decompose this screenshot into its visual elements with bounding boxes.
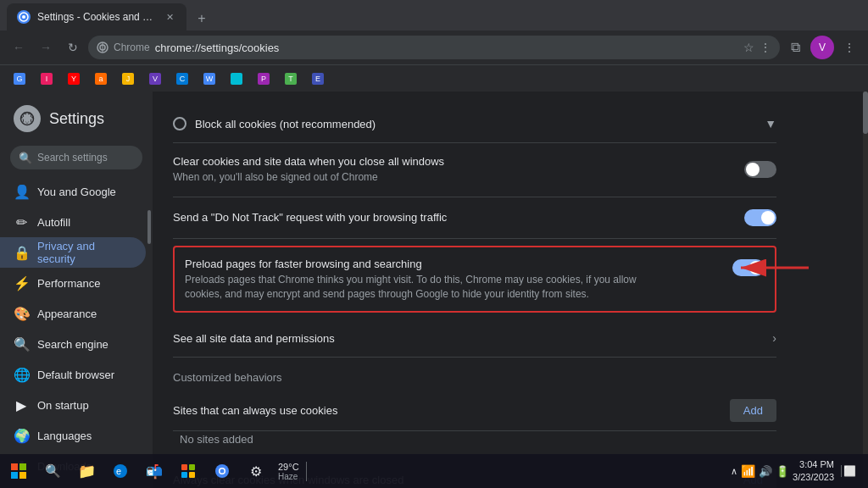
block-cookies-left: Block all cookies (not recommended)	[173, 117, 376, 130]
sidebar-item-default-browser[interactable]: 🌐 Default browser	[0, 359, 146, 390]
browser-icon: 🌐	[14, 367, 29, 383]
settings-content: Block all cookies (not recommended) ▼ Cl…	[153, 92, 797, 488]
bookmark-item[interactable]: T	[278, 69, 303, 88]
block-cookies-label: Block all cookies (not recommended)	[195, 118, 376, 130]
taskbar-chrome-button[interactable]	[207, 456, 237, 486]
sidebar-scrollbar	[147, 210, 151, 244]
no-sites-always-label: No sites added	[173, 426, 253, 452]
forward-button[interactable]: →	[34, 36, 58, 59]
scrollbar-thumb[interactable]	[863, 92, 868, 134]
languages-icon: 🌍	[14, 428, 29, 444]
bookmark-item[interactable]: Y	[61, 69, 86, 88]
date-display: 3/23/2023	[793, 471, 834, 484]
taskbar-settings-button[interactable]: ⚙	[241, 456, 271, 486]
more-icon[interactable]: ⋮	[760, 41, 771, 54]
bookmark-favicon: P	[258, 73, 270, 85]
sidebar-item-performance[interactable]: ⚡ Performance	[0, 268, 146, 298]
preload-sublabel: Preloads pages that Chrome thinks you mi…	[185, 273, 659, 302]
svg-rect-11	[19, 463, 26, 470]
show-desktop-button[interactable]: ⬜	[841, 465, 858, 477]
appearance-icon: 🎨	[14, 306, 29, 322]
clear-cookies-toggle[interactable]	[744, 161, 776, 178]
menu-button[interactable]: ⋮	[837, 36, 861, 59]
svg-point-1	[22, 15, 25, 19]
see-all-label: See all site data and permissions	[173, 332, 335, 345]
bookmark-favicon: W	[203, 73, 215, 85]
weather-label: Haze	[278, 472, 299, 481]
sidebar-label: Languages	[37, 430, 92, 442]
navigation-bar: ← → ↻ Chrome chrome://settings/cookies ☆…	[0, 30, 868, 64]
sidebar-item-privacy-security[interactable]: 🔒 Privacy and security	[0, 237, 146, 268]
bookmark-item[interactable]: V	[142, 69, 168, 88]
edge-icon: e	[113, 463, 128, 479]
annotation-arrow	[732, 251, 817, 288]
sidebar-item-languages[interactable]: 🌍 Languages	[0, 420, 146, 451]
browser-tab[interactable]: Settings - Cookies and other site... ✕	[7, 3, 186, 30]
bookmark-item[interactable]: W	[197, 69, 222, 88]
chevron-tray-icon[interactable]: ∧	[731, 466, 737, 477]
weather-temp: 29°C	[278, 462, 299, 472]
sidebar-label: Autofill	[37, 216, 70, 229]
svg-rect-18	[181, 472, 187, 478]
preload-inner: Preload pages for faster browsing and se…	[175, 258, 775, 302]
main-layout: Settings 🔍 Search settings 👤 You and Goo…	[0, 92, 868, 488]
sidebar-item-on-startup[interactable]: ▶ On startup	[0, 390, 146, 420]
taskbar-clock[interactable]: 3:04 PM 3/23/2023	[793, 458, 834, 485]
sidebar-item-autofill[interactable]: ✏ Autofill	[0, 207, 146, 237]
bookmark-favicon: C	[176, 73, 188, 85]
volume-icon: 🔊	[759, 465, 772, 478]
bookmark-icon[interactable]: ☆	[743, 41, 754, 54]
start-button[interactable]	[3, 456, 34, 486]
sidebar-item-appearance[interactable]: 🎨 Appearance	[0, 298, 146, 329]
profile-button[interactable]: V	[810, 36, 834, 59]
new-tab-button[interactable]: +	[190, 7, 214, 30]
bookmark-item[interactable]: E	[305, 69, 331, 88]
add-sites-always-button[interactable]: Add	[730, 399, 776, 422]
sidebar-item-search-engine[interactable]: 🔍 Search engine	[0, 329, 146, 359]
settings-logo	[14, 105, 41, 132]
bookmark-item[interactable]: J	[115, 69, 141, 88]
taskbar-search-button[interactable]: 🔍	[37, 456, 68, 486]
extensions-button[interactable]: ⧉	[783, 36, 807, 59]
bookmark-item[interactable]: P	[251, 69, 276, 88]
bookmark-item[interactable]	[224, 69, 249, 88]
preload-text: Preload pages for faster browsing and se…	[185, 258, 659, 302]
no-sites-always: No sites added	[173, 431, 776, 446]
taskbar-store-button[interactable]	[173, 456, 203, 486]
block-cookies-radio[interactable]	[173, 117, 186, 130]
svg-rect-16	[181, 464, 187, 470]
preload-label: Preload pages for faster browsing and se…	[185, 258, 659, 270]
sidebar: Settings 🔍 Search settings 👤 You and Goo…	[0, 92, 153, 488]
sidebar-item-you-and-google[interactable]: 👤 You and Google	[0, 176, 146, 207]
taskbar: 🔍 📁 e 📬 ⚙ 29°C Haz	[0, 454, 868, 488]
performance-icon: ⚡	[14, 275, 29, 291]
svg-text:e: e	[116, 466, 121, 476]
bookmark-item[interactable]: C	[170, 69, 195, 88]
lock-icon: 🔒	[14, 245, 29, 261]
svg-rect-17	[189, 464, 195, 470]
time-display: 3:04 PM	[793, 458, 834, 471]
taskbar-mail-button[interactable]: 📬	[139, 456, 170, 486]
bookmark-item[interactable]: G	[7, 69, 32, 88]
bookmark-item[interactable]: I	[34, 69, 59, 88]
tab-close-button[interactable]: ✕	[163, 10, 176, 24]
chrome-taskbar-icon	[214, 463, 230, 479]
sidebar-label: Search engine	[37, 338, 108, 351]
taskbar-edge-button[interactable]: e	[105, 456, 136, 486]
sidebar-header: Settings	[0, 98, 153, 146]
back-button[interactable]: ←	[7, 36, 31, 59]
bookmark-favicon: J	[122, 73, 134, 85]
see-all-site-data-row[interactable]: See all site data and permissions ›	[173, 319, 776, 358]
taskbar-right: ∧ 📶 🔊 🔋 3:04 PM 3/23/2023 ⬜	[731, 458, 865, 485]
dnt-toggle[interactable]	[744, 209, 776, 226]
address-bar[interactable]: Chrome chrome://settings/cookies ☆ ⋮	[88, 36, 780, 59]
taskbar-file-explorer-button[interactable]: 📁	[71, 456, 102, 486]
settings-search[interactable]: 🔍 Search settings	[10, 146, 142, 169]
weather-widget: 29°C Haze	[271, 462, 307, 481]
bookmark-item[interactable]: a	[88, 69, 114, 88]
bookmarks-bar: G I Y a J V C W P T E	[0, 64, 868, 92]
system-tray-icons: ∧ 📶 🔊 🔋	[731, 464, 789, 478]
svg-point-22	[220, 469, 225, 474]
bookmark-favicon: G	[14, 73, 25, 85]
refresh-button[interactable]: ↻	[61, 36, 85, 59]
